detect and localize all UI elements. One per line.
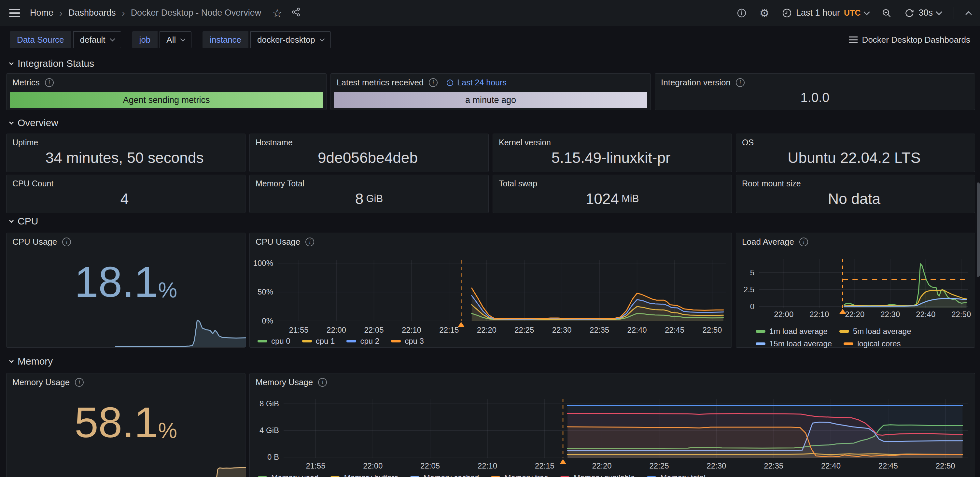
- stat-value: No data: [736, 185, 975, 213]
- svg-text:21:55: 21:55: [306, 461, 325, 470]
- svg-text:22:25: 22:25: [514, 325, 534, 334]
- legend-item-memory-available[interactable]: Memory available: [560, 473, 635, 477]
- scrollbar-thumb[interactable]: [977, 182, 980, 277]
- section-cpu[interactable]: CPU: [10, 216, 38, 227]
- svg-text:5: 5: [750, 268, 754, 277]
- stat-value: 34 minutes, 50 seconds: [6, 144, 245, 172]
- panel-title[interactable]: Memory Usage: [256, 377, 313, 388]
- info-icon[interactable]: i: [318, 378, 327, 387]
- job-select[interactable]: All: [159, 31, 191, 48]
- info-icon[interactable]: i: [799, 238, 808, 246]
- legend-item-memory-total[interactable]: Memory total: [647, 473, 706, 477]
- legend-item-cpu2[interactable]: cpu 2: [347, 337, 379, 346]
- legend-item-logical-cores[interactable]: logical cores: [843, 339, 900, 348]
- instance-select[interactable]: docker-desktop: [250, 31, 331, 48]
- stat-value: 1024MiB: [493, 185, 732, 213]
- svg-text:4 GiB: 4 GiB: [259, 426, 279, 435]
- svg-text:22:25: 22:25: [649, 461, 669, 470]
- panel-title[interactable]: CPU Usage: [13, 237, 57, 247]
- stat-value: 5.15.49-linuxkit-pr: [493, 144, 732, 172]
- last-24-hours-link[interactable]: Last 24 hours: [446, 78, 507, 87]
- svg-text:22:40: 22:40: [627, 325, 647, 334]
- cpu-usage-sparkline: [6, 315, 246, 348]
- dashboard-insights-icon[interactable]: [737, 8, 747, 18]
- svg-text:2.5: 2.5: [744, 285, 754, 294]
- time-range-picker[interactable]: Last 1 hour UTC: [782, 8, 869, 18]
- section-title: Integration Status: [18, 58, 94, 69]
- datasource-select[interactable]: default: [73, 31, 121, 48]
- breadcrumb-home[interactable]: Home: [30, 8, 53, 18]
- svg-text:22:50: 22:50: [951, 310, 971, 319]
- link-label: Last 24 hours: [457, 78, 507, 87]
- load-average-legend: 1m load average 5m load average 15m load…: [756, 327, 967, 348]
- panel-overview-stat: OS Ubuntu 22.04.2 LTS: [736, 134, 975, 172]
- panel-overview-stat: CPU Count 4: [6, 175, 245, 213]
- svg-text:22:30: 22:30: [552, 325, 572, 334]
- panel-metrics-status: Metrics i Agent sending metrics: [6, 73, 326, 110]
- panel-title[interactable]: Latest metrics received: [337, 78, 423, 88]
- favorite-star-icon[interactable]: ☆: [272, 8, 282, 19]
- panel-overview-stat: Memory Total 8GiB: [250, 175, 489, 213]
- info-icon[interactable]: i: [305, 238, 314, 246]
- chevron-down-icon: [9, 61, 14, 65]
- svg-text:22:30: 22:30: [706, 461, 726, 470]
- integration-version-value: 1.0.0: [800, 90, 830, 105]
- docker-desktop-dashboards-link[interactable]: Docker Desktop Dashboards: [849, 35, 970, 45]
- chevron-down-icon: [9, 120, 14, 124]
- chevron-down-icon: [110, 36, 115, 41]
- panel-title[interactable]: Memory Usage: [13, 377, 70, 388]
- collapse-topbar-icon[interactable]: [966, 10, 971, 17]
- svg-text:0%: 0%: [262, 316, 273, 325]
- legend-item-5m[interactable]: 5m load average: [839, 327, 911, 336]
- panel-overview-stat: Root mount size No data: [736, 175, 975, 213]
- panel-title[interactable]: Metrics: [13, 78, 40, 88]
- legend-item-memory-used[interactable]: Memory used: [258, 473, 318, 477]
- section-integration-status[interactable]: Integration Status: [10, 58, 94, 69]
- stat-value: 8GiB: [250, 185, 488, 213]
- panel-integration-version: Integration version i 1.0.0: [655, 73, 975, 110]
- svg-text:22:00: 22:00: [774, 310, 794, 319]
- svg-text:22:10: 22:10: [477, 461, 497, 470]
- svg-text:0 B: 0 B: [267, 453, 279, 461]
- svg-text:22:45: 22:45: [878, 461, 898, 470]
- legend-item-1m[interactable]: 1m load average: [756, 327, 827, 336]
- svg-text:22:20: 22:20: [592, 461, 612, 470]
- instance-value: docker-desktop: [257, 35, 315, 45]
- info-icon[interactable]: i: [45, 78, 54, 87]
- memory-usage-stat-value: 58.1 %: [75, 401, 177, 444]
- panel-title[interactable]: CPU Usage: [256, 237, 300, 247]
- breadcrumb-dashboards[interactable]: Dashboards: [68, 8, 116, 18]
- info-icon[interactable]: i: [429, 78, 438, 87]
- svg-text:22:10: 22:10: [402, 325, 421, 334]
- legend-item-cpu3[interactable]: cpu 3: [391, 337, 424, 346]
- metrics-status-bar: Agent sending metrics: [10, 92, 323, 108]
- clock-icon: [446, 79, 454, 87]
- zoom-out-icon[interactable]: [881, 8, 892, 18]
- refresh-control[interactable]: 30s: [904, 8, 941, 18]
- section-memory[interactable]: Memory: [10, 356, 53, 367]
- svg-text:8 GiB: 8 GiB: [259, 399, 279, 408]
- section-overview[interactable]: Overview: [10, 117, 58, 128]
- info-icon[interactable]: i: [75, 378, 84, 387]
- legend-item-cpu0[interactable]: cpu 0: [258, 337, 290, 346]
- legend-item-memory-cached[interactable]: Memory cached: [410, 473, 479, 477]
- menu-icon[interactable]: [9, 9, 20, 17]
- svg-text:22:20: 22:20: [477, 325, 496, 334]
- svg-text:21:55: 21:55: [289, 325, 309, 334]
- section-title: Memory: [18, 356, 53, 367]
- panel-overview-stat: Kernel version 5.15.49-linuxkit-pr: [493, 134, 732, 172]
- legend-item-cpu1[interactable]: cpu 1: [302, 337, 335, 346]
- legend-item-memory-buffers[interactable]: Memory buffers: [330, 473, 398, 477]
- variable-instance: instance docker-desktop: [202, 31, 331, 48]
- legend-item-15m[interactable]: 15m load average: [756, 339, 832, 348]
- dashboard-controls: Data Source default job All instance doc…: [0, 26, 980, 53]
- svg-text:22:10: 22:10: [810, 310, 829, 319]
- share-icon[interactable]: [291, 7, 301, 19]
- svg-text:22:00: 22:00: [326, 325, 346, 334]
- info-icon[interactable]: i: [62, 238, 71, 246]
- legend-item-memory-free[interactable]: Memory free: [491, 473, 548, 477]
- svg-text:50%: 50%: [258, 287, 273, 296]
- dashboard-settings-gear-icon[interactable]: ⚙: [759, 8, 769, 19]
- breadcrumb-separator-icon: ›: [59, 8, 62, 19]
- panel-title[interactable]: Load Average: [742, 237, 794, 247]
